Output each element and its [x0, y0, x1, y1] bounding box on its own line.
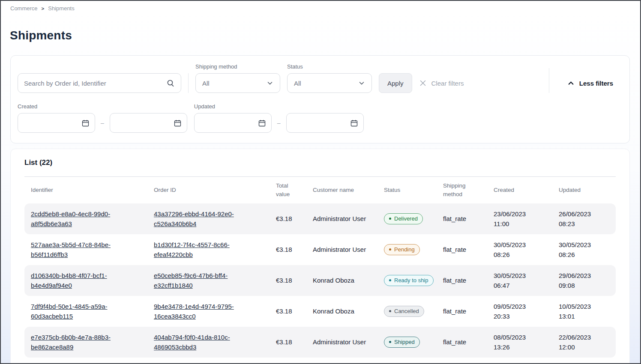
created-time: 08:26 [494, 250, 559, 260]
total-value: €3.18 [276, 277, 292, 284]
calendar-icon[interactable] [174, 119, 182, 127]
search-box [18, 73, 181, 93]
search-icon [166, 79, 175, 87]
identifier-link[interactable]: 7df9f4bd-50e1-4845-a59a-60d3acbeb115 [31, 301, 129, 322]
column-header: Customer name [313, 186, 384, 194]
created-range-label: Created [18, 103, 187, 110]
clear-filters-button[interactable]: Clear filters [419, 73, 464, 93]
order-id-link[interactable]: 404ab794-f0f0-41da-810c-4869053cbbd3 [154, 332, 252, 352]
range-dash: – [101, 119, 104, 126]
status-badge: Cancelled [384, 306, 424, 317]
created-to-field [110, 113, 187, 133]
order-id-link[interactable]: e50ceb85-f9c6-47b6-bff4-e32cff1b1840 [154, 271, 252, 291]
shipments-table: IdentifierOrder IDTotal valueCustomer na… [24, 177, 616, 358]
created-time: 06:47 [494, 280, 559, 290]
chevron-down-icon [267, 80, 273, 87]
identifier-link[interactable]: 2cdd5eb8-e8a0-4ec8-99d0-a8f5db6e3a63 [31, 209, 129, 229]
search-input[interactable] [24, 80, 166, 87]
updated-date: 30/05/2023 [559, 240, 616, 250]
shipping-method-select[interactable]: All [195, 73, 280, 93]
updated-time: 12:00 [559, 342, 616, 352]
status-badge: Pending [384, 244, 420, 255]
order-id-link[interactable]: b1d30f12-7f4c-4557-8c66-efeaf4220cbb [154, 240, 252, 260]
apply-button[interactable]: Apply [379, 73, 412, 93]
shipping-method: flat_rate [443, 338, 466, 346]
identifier-link[interactable]: e7e375cb-6b0b-4e7a-88b3-be862ace8a89 [31, 332, 129, 352]
list-title: List (22) [24, 158, 616, 167]
customer-name: Konrad Oboza [313, 306, 354, 316]
table-header-row: IdentifierOrder IDTotal valueCustomer na… [24, 177, 616, 203]
page-title: Shipments [10, 29, 640, 42]
updated-time: 13:01 [559, 311, 616, 321]
total-value: €3.18 [276, 215, 292, 222]
status-dot-icon [389, 310, 391, 312]
status-select[interactable]: All [287, 73, 372, 93]
created-date: 30/05/2023 [494, 271, 559, 280]
chevron-up-icon [567, 80, 575, 87]
chevron-down-icon [358, 80, 365, 87]
order-id-link[interactable]: 9b4e3478-1e4d-4974-9795-16cea3843cc0 [154, 301, 252, 322]
total-value: €3.18 [276, 246, 292, 253]
created-date: 09/05/2023 [494, 301, 559, 311]
calendar-icon[interactable] [81, 119, 90, 127]
column-header: Shipping method [443, 182, 494, 198]
created-time: 20:33 [494, 311, 559, 321]
status-badge: Shipped [384, 337, 420, 348]
shipping-method: flat_rate [443, 307, 466, 315]
customer-name: Konrad Oboza [313, 275, 354, 285]
updated-from-input[interactable] [201, 119, 258, 127]
shipping-method-value: All [202, 80, 210, 87]
less-filters-button[interactable]: Less filters [567, 73, 613, 93]
updated-range-label: Updated [194, 103, 364, 110]
column-header: Created [494, 186, 559, 194]
updated-date: 10/05/2023 [559, 301, 616, 311]
updated-date: 26/06/2023 [559, 209, 616, 219]
calendar-icon[interactable] [350, 119, 358, 127]
created-range: – [18, 113, 187, 133]
range-dash: – [277, 119, 281, 126]
status-dot-icon [389, 279, 391, 281]
breadcrumb-shipments: Shipments [48, 5, 74, 12]
order-id-link[interactable]: 43a37296-ebbd-4164-92e0-c526a340b6b4 [154, 209, 252, 229]
filter-panel: Shipping method All Status All [10, 55, 630, 143]
updated-time: 08:23 [559, 219, 616, 229]
less-filters-label: Less filters [579, 80, 613, 87]
filter-divider [549, 68, 549, 93]
filter-divider [188, 73, 189, 93]
customer-name: Administrator User [313, 245, 366, 254]
status-badge-label: Pending [394, 247, 415, 252]
column-header: Identifier [31, 186, 154, 194]
updated-range: – [194, 113, 364, 133]
customer-name: Administrator User [313, 337, 366, 347]
created-time: 11:00 [494, 219, 559, 229]
updated-to-input[interactable] [293, 119, 350, 127]
column-header: Status [384, 186, 443, 194]
calendar-icon[interactable] [258, 119, 266, 127]
updated-to-field [286, 113, 364, 133]
status-badge: Delivered [384, 213, 423, 224]
shipping-method-label: Shipping method [195, 63, 280, 70]
status-dot-icon [389, 341, 391, 343]
shipping-method: flat_rate [443, 246, 466, 253]
customer-name: Administrator User [313, 214, 366, 224]
updated-date: 22/06/2023 [559, 332, 616, 342]
status-dot-icon [389, 248, 391, 251]
status-label: Status [287, 63, 372, 70]
updated-time: 08:26 [559, 250, 616, 260]
created-to-input[interactable] [116, 119, 174, 127]
status-dot-icon [389, 218, 391, 220]
created-date: 08/05/2023 [494, 332, 559, 342]
total-value: €3.18 [276, 307, 292, 315]
shipping-method: flat_rate [443, 215, 466, 222]
status-value: All [294, 80, 301, 87]
created-from-input[interactable] [24, 119, 81, 127]
identifier-link[interactable]: d106340b-b4b8-4f07-bcf1-b4e4d9af94e0 [31, 271, 129, 291]
breadcrumb-commerce[interactable]: Commerce [10, 5, 38, 12]
breadcrumb-separator-icon: > [42, 6, 45, 11]
breadcrumb: Commerce > Shipments [1, 1, 640, 12]
created-time: 13:26 [494, 342, 559, 352]
identifier-link[interactable]: 527aae3a-5b5d-47c8-84be-b56f11d6ffb3 [31, 240, 129, 260]
status-badge-label: Delivered [394, 216, 418, 221]
shipments-list-panel: List (22) IdentifierOrder IDTotal valueC… [10, 149, 630, 364]
updated-time: 09:08 [559, 280, 616, 290]
